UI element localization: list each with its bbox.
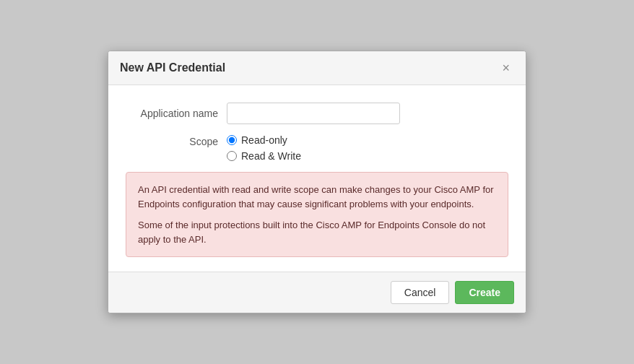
radio-option-read-only[interactable]: Read-only <box>227 134 301 146</box>
dialog-body: Application name Scope Read-only Read & … <box>108 85 526 272</box>
dialog-footer: Cancel Create <box>108 272 526 313</box>
radio-option-read-write[interactable]: Read & Write <box>227 150 301 162</box>
create-button[interactable]: Create <box>455 281 514 304</box>
radio-read-write[interactable] <box>227 151 237 161</box>
scope-row: Scope Read-only Read & Write <box>126 134 508 162</box>
dialog-overlay: New API Credential × Application name Sc… <box>0 0 634 364</box>
scope-label: Scope <box>126 134 227 147</box>
scope-options: Read-only Read & Write <box>227 134 301 162</box>
app-name-row: Application name <box>126 103 508 124</box>
radio-read-only-label[interactable]: Read-only <box>241 134 287 146</box>
radio-read-write-label[interactable]: Read & Write <box>241 150 301 162</box>
app-name-input[interactable] <box>227 103 400 124</box>
close-button[interactable]: × <box>498 60 514 76</box>
warning-paragraph-1: An API credential with read and write sc… <box>138 183 496 211</box>
app-name-label: Application name <box>126 108 227 119</box>
new-api-credential-dialog: New API Credential × Application name Sc… <box>108 51 526 313</box>
dialog-title: New API Credential <box>120 61 225 74</box>
cancel-button[interactable]: Cancel <box>391 281 450 304</box>
warning-box: An API credential with read and write sc… <box>126 172 508 257</box>
radio-read-only[interactable] <box>227 135 237 145</box>
dialog-header: New API Credential × <box>108 51 526 85</box>
warning-paragraph-2: Some of the input protections built into… <box>138 218 496 246</box>
